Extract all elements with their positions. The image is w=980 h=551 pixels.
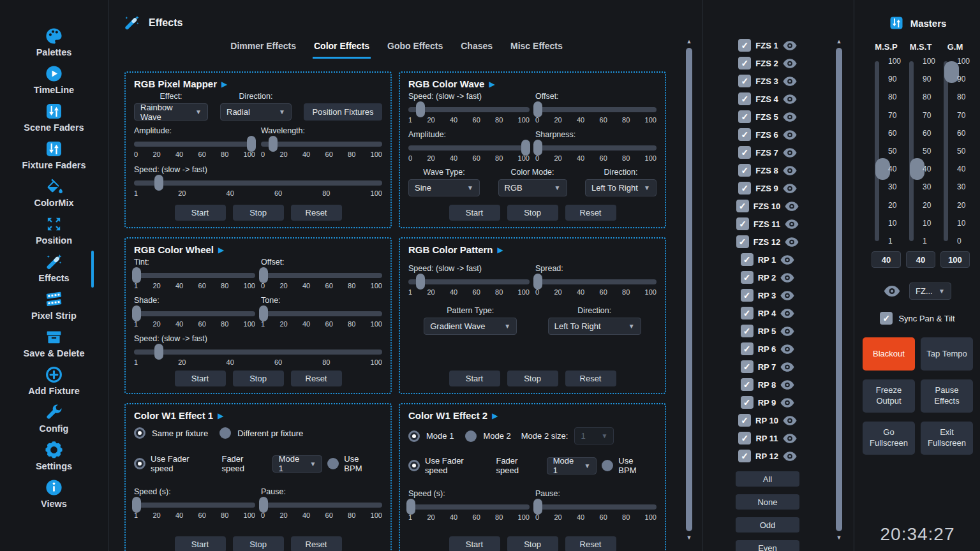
slider-thumb[interactable] [132, 497, 141, 513]
scroll-down-icon[interactable]: ▼ [836, 533, 842, 543]
fixture-row[interactable]: RP 6 [741, 340, 795, 358]
wave-type-dropdown[interactable]: Sine▼ [408, 179, 480, 196]
sidebar-item-timeline[interactable]: TimeLine [6, 64, 102, 95]
sidebar-item-position[interactable]: Position [6, 215, 102, 246]
shade-slider[interactable] [134, 311, 255, 316]
tint-slider[interactable] [134, 273, 255, 278]
use-bpm-radio[interactable] [327, 458, 339, 469]
fixture-row[interactable]: RP 12 [738, 447, 797, 465]
mode-1-radio[interactable] [408, 430, 420, 442]
speed-slider[interactable] [408, 279, 530, 284]
fixture-checkbox[interactable] [738, 146, 751, 159]
fixture-row[interactable]: FZS 6 [738, 126, 796, 143]
slider-thumb[interactable] [269, 136, 278, 152]
exit-fullscreen-button[interactable]: Exit Fullscreen [921, 422, 973, 455]
visibility-eye-icon[interactable] [780, 309, 794, 318]
stop-button[interactable]: Stop [233, 205, 284, 221]
fixture-row[interactable]: RP 5 [741, 322, 795, 340]
pause-slider[interactable] [261, 503, 382, 508]
freeze-output-button[interactable]: Freeze Output [863, 379, 915, 413]
fixture-row[interactable]: FZS 8 [738, 161, 796, 179]
fixture-row[interactable]: FZS 4 [738, 90, 796, 108]
fixture-checkbox[interactable] [738, 414, 751, 427]
slider-thumb[interactable] [533, 274, 542, 290]
fixture-row[interactable]: RP 7 [741, 358, 795, 376]
fixture-checkbox[interactable] [741, 253, 754, 266]
slider-thumb[interactable] [154, 175, 163, 191]
visibility-eye-icon[interactable] [783, 434, 797, 443]
fixture-row[interactable]: RP 4 [741, 304, 795, 322]
visibility-eye-icon[interactable] [780, 255, 794, 265]
sidebar-item-views[interactable]: Views [6, 478, 102, 509]
fixture-checkbox[interactable] [741, 325, 754, 337]
visibility-eye-icon[interactable] [780, 362, 794, 372]
msp-fader[interactable]: 1009080706050403020101 [869, 61, 903, 241]
fixture-row[interactable]: RP 1 [741, 251, 795, 268]
pause-effects-button[interactable]: Pause Effects [921, 379, 973, 413]
slider-thumb[interactable] [533, 140, 542, 156]
slider-thumb[interactable] [533, 499, 542, 515]
speed-slider[interactable] [408, 504, 530, 510]
visibility-eye-icon[interactable] [783, 77, 797, 86]
fixture-row[interactable]: FZS 11 [736, 215, 799, 233]
sidebar-item-config[interactable]: Config [6, 403, 102, 434]
fixture-checkbox[interactable] [736, 235, 749, 248]
fixture-row[interactable]: RP 11 [738, 429, 796, 447]
visibility-eye-icon[interactable] [785, 202, 799, 211]
slider-thumb[interactable] [416, 274, 425, 290]
offset-slider[interactable] [261, 273, 382, 278]
tone-slider[interactable] [261, 311, 382, 316]
sidebar-item-settings[interactable]: Settings [6, 441, 102, 471]
expand-arrow-icon[interactable]: ▶ [218, 246, 224, 254]
visibility-eye-icon[interactable] [783, 59, 797, 68]
speed-slider[interactable] [134, 503, 255, 508]
speed-slider[interactable] [408, 107, 530, 112]
stop-button[interactable]: Stop [233, 536, 284, 551]
visibility-eye-icon[interactable] [783, 94, 797, 104]
slider-thumb[interactable] [533, 101, 542, 117]
sidebar-item-colormix[interactable]: ColorMix [6, 177, 102, 208]
fixture-checkbox[interactable] [741, 396, 754, 409]
sidebar-item-add-fixture[interactable]: Add Fixture [6, 365, 102, 396]
pattern-type-dropdown[interactable]: Gradient Wave▼ [424, 318, 517, 335]
fixture-row[interactable]: FZS 5 [738, 108, 796, 126]
fixture-checkbox[interactable] [736, 200, 749, 212]
visibility-eye-icon[interactable] [780, 380, 794, 390]
fixture-row[interactable]: RP 2 [741, 268, 795, 286]
visibility-eye-icon[interactable] [785, 219, 799, 229]
visibility-eye-icon[interactable] [780, 273, 794, 283]
sidebar-item-effects[interactable]: Effects [6, 253, 102, 283]
fixture-checkbox[interactable] [738, 164, 751, 177]
start-button[interactable]: Start [449, 205, 500, 221]
scrollbar-thumb[interactable] [836, 48, 842, 531]
fixture-row[interactable]: FZS 12 [736, 233, 799, 251]
slider-thumb[interactable] [132, 267, 141, 283]
fixture-checkbox[interactable] [741, 342, 754, 355]
sidebar-item-palettes[interactable]: Palettes [6, 27, 102, 57]
amplitude-slider[interactable] [134, 142, 255, 147]
fixture-row[interactable]: RP 10 [738, 411, 797, 429]
fixture-checkbox[interactable] [738, 92, 751, 105]
expand-arrow-icon[interactable]: ▶ [492, 412, 498, 420]
start-button[interactable]: Start [175, 371, 226, 386]
tab-color-effects[interactable]: Color Effects [313, 38, 371, 59]
mst-fader[interactable]: 1009080706050403020101 [903, 61, 938, 241]
speed-slider[interactable] [134, 180, 382, 186]
use-fader-speed-radio[interactable] [408, 460, 420, 471]
select-odd-button[interactable]: Odd [736, 517, 799, 533]
select-even-button[interactable]: Even [736, 540, 799, 551]
blackout-button[interactable]: Blackout [863, 337, 915, 371]
fixture-checkbox[interactable] [741, 289, 754, 302]
sidebar-item-scene-faders[interactable]: Scene Faders [6, 102, 102, 133]
fixture-row[interactable]: RP 9 [741, 393, 795, 411]
slider-thumb[interactable] [154, 344, 163, 360]
visibility-eye-icon[interactable] [780, 291, 794, 300]
slider-thumb[interactable] [259, 497, 268, 513]
scrollbar-thumb[interactable] [686, 48, 692, 531]
scroll-up-icon[interactable]: ▲ [836, 36, 842, 47]
start-button[interactable]: Start [175, 536, 226, 551]
tab-gobo-effects[interactable]: Gobo Effects [386, 38, 444, 59]
tab-dimmer-effects[interactable]: Dimmer Effects [229, 38, 297, 59]
reset-button[interactable]: Reset [291, 536, 342, 551]
direction-dropdown[interactable]: Left To Right▼ [548, 318, 641, 335]
